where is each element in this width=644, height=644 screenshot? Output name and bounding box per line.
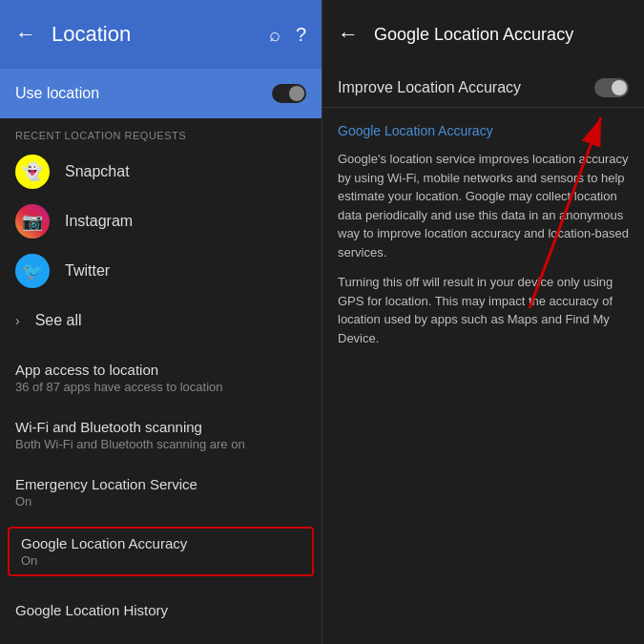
right-panel: ← Google Location Accuracy Improve Locat… [322,0,644,644]
help-icon[interactable]: ? [296,24,306,46]
use-location-toggle[interactable] [272,84,306,103]
see-all-item[interactable]: › See all [0,296,322,345]
list-item-instagram[interactable]: 📷 Instagram [0,197,322,246]
back-icon[interactable]: ← [15,22,36,47]
improve-location-toggle[interactable] [594,78,629,97]
twitter-label: Twitter [65,262,110,280]
wifi-scanning-title: Wi-Fi and Bluetooth scanning [15,419,306,435]
twitter-icon: 🐦 [15,254,50,288]
improve-location-row: Improve Location Accuracy [322,69,644,108]
content-para-1: Google's location service improves locat… [338,150,629,261]
wifi-scanning-subtitle: Both Wi-Fi and Bluetooth scanning are on [15,437,306,451]
right-content: Google Location Accuracy Google's locati… [322,108,644,644]
content-para-2: Turning this off will result in your dev… [338,273,629,347]
instagram-icon: 📷 [15,204,50,239]
left-panel: ← Location ⌕ ? Use location RECENT LOCAT… [0,0,322,644]
app-access-subtitle: 36 of 87 apps have access to location [15,380,306,394]
google-accuracy-subtitle: On [21,553,301,568]
search-icon[interactable]: ⌕ [269,24,280,46]
snapchat-icon: 👻 [15,155,50,189]
list-item-snapchat[interactable]: 👻 Snapchat [0,147,322,197]
snapchat-label: Snapchat [65,163,130,180]
right-back-icon[interactable]: ← [338,22,359,47]
use-location-label: Use location [15,85,272,102]
page-title: Location [52,22,269,47]
content-title: Google Location Accuracy [338,123,629,138]
instagram-label: Instagram [65,213,133,230]
chevron-right-icon: › [15,313,20,328]
list-item-twitter[interactable]: 🐦 Twitter [0,246,322,296]
right-page-title: Google Location Accuracy [374,25,629,45]
emergency-subtitle: On [15,494,306,509]
location-history-title: Google Location History [15,602,306,618]
section-label: RECENT LOCATION REQUESTS [0,118,322,147]
improve-location-label: Improve Location Accuracy [338,79,594,96]
right-header: ← Google Location Accuracy [322,0,644,69]
emergency-title: Emergency Location Service [15,476,306,492]
header-icons: ⌕ ? [269,24,306,46]
app-access-title: App access to location [15,362,306,378]
menu-item-app-access[interactable]: App access to location 36 of 87 apps hav… [0,353,322,403]
menu-item-google-accuracy[interactable]: Google Location Accuracy On [8,527,314,576]
menu-item-wifi-scanning[interactable]: Wi-Fi and Bluetooth scanning Both Wi-Fi … [0,410,322,460]
left-header: ← Location ⌕ ? [0,0,322,69]
google-accuracy-title: Google Location Accuracy [21,535,301,551]
use-location-row: Use location [0,69,322,118]
menu-item-location-history[interactable]: Google Location History [0,586,322,635]
see-all-label: See all [35,312,82,329]
menu-item-emergency[interactable]: Emergency Location Service On [0,467,322,517]
